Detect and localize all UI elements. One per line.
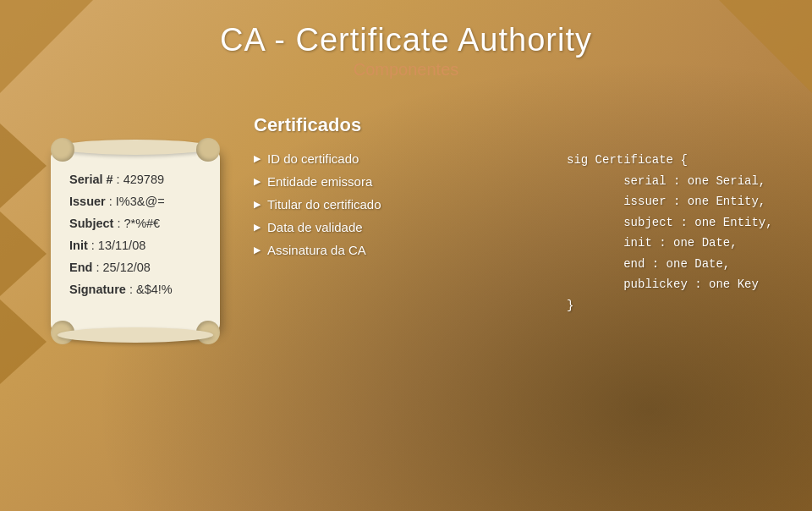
cert-item: ID do certificado (254, 151, 550, 166)
section-title: Certificados (254, 114, 550, 136)
main-content: Serial # : 429789Issuer : I%3&@=Subject … (51, 114, 787, 486)
scroll-field: Serial # : 429789 (69, 168, 205, 190)
sig-section: sig Certificate { serial : one Serial, i… (550, 114, 787, 316)
sig-block: sig Certificate { serial : one Serial, i… (567, 150, 787, 316)
scroll-curl-br (196, 321, 220, 344)
scroll-field: Signature : &$4!% (69, 278, 205, 300)
middle-section: Certificados ID do certificadoEntidade e… (220, 114, 550, 266)
cert-item: Entidade emissora (254, 174, 550, 189)
scroll-curl-tr (196, 138, 220, 162)
page-subtitle: Componentes (0, 60, 812, 80)
left-chevrons (0, 124, 47, 387)
page-title: CA - Certificate Authority (0, 22, 812, 58)
scroll-content: Serial # : 429789Issuer : I%3&@=Subject … (69, 168, 205, 301)
cert-items-list: ID do certificadoEntidade emissoraTitula… (254, 151, 550, 257)
header: CA - Certificate Authority Componentes (0, 15, 812, 80)
scroll-field: Init : 13/11/08 (69, 234, 205, 256)
scroll-field: End : 25/12/08 (69, 256, 205, 278)
scroll-curl-tl (51, 138, 74, 162)
cert-item: Assinatura da CA (254, 243, 550, 257)
scroll-field: Issuer : I%3&@= (69, 190, 205, 212)
scroll-field: Subject : ?*%#€ (69, 212, 205, 234)
certificate-scroll: Serial # : 429789Issuer : I%3&@=Subject … (51, 148, 220, 334)
cert-item: Data de validade (254, 220, 550, 234)
cert-item: Titular do certificado (254, 197, 550, 212)
scroll-curl-bl (51, 321, 74, 344)
